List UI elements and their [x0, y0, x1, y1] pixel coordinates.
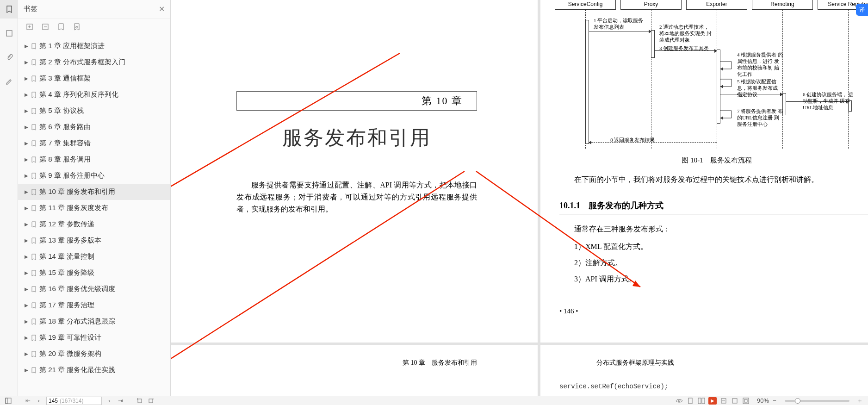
- bookmark-label: 第 15 章 服务降级: [39, 268, 170, 277]
- bookmark-icon: [31, 302, 39, 309]
- bookmark-icon: [31, 156, 39, 163]
- bookmark-item[interactable]: ▶第 5 章 协议栈: [18, 103, 170, 119]
- bookmark-item[interactable]: ▶第 4 章 序列化和反序列化: [18, 87, 170, 103]
- seq-participant-box: ServiceConfig: [555, 0, 616, 10]
- prev-page-icon[interactable]: ‹: [33, 396, 44, 405]
- bookmark-label: 第 14 章 流量控制: [39, 252, 170, 261]
- bookmark-icon: [31, 351, 39, 357]
- bookmark-item[interactable]: ▶第 21 章 服务化最佳实践: [18, 362, 170, 378]
- chevron-right-icon: ▶: [25, 108, 31, 113]
- bookmark-icon: [31, 237, 39, 244]
- bookmark-item[interactable]: ▶第 11 章 服务灰度发布: [18, 200, 170, 216]
- bookmark-item[interactable]: ▶第 20 章 微服务架构: [18, 346, 170, 362]
- svg-rect-13: [6, 398, 7, 404]
- figure-caption: 图 10-1 服务发布流程: [541, 156, 868, 165]
- bookmark-label: 第 1 章 应用框架演进: [39, 42, 170, 50]
- bookmark-panel-icon[interactable]: [0, 0, 18, 19]
- bookmark-item[interactable]: ▶第 7 章 集群容错: [18, 135, 170, 151]
- bookmark-item[interactable]: ▶第 2 章 分布式服务框架入门: [18, 54, 170, 70]
- single-page-icon[interactable]: [685, 396, 696, 405]
- document-viewport[interactable]: 第 10 章 服务发布和引用 服务提供者需要支持通过配置、注解、API 调用等方…: [171, 0, 868, 396]
- bookmark-item[interactable]: ▶第 12 章 参数传递: [18, 216, 170, 232]
- seq-note-8: 8 返回服务发布结果: [610, 137, 666, 143]
- bookmarks-header: 书签 ✕: [18, 0, 170, 19]
- status-bar: ⇤ ‹ 145 (167/314) › ⇥ ▶ 90% − ＋: [0, 396, 868, 405]
- svg-rect-22: [743, 398, 749, 404]
- seq-arrow: [589, 31, 651, 31]
- bookmark-item[interactable]: ▶第 15 章 服务降级: [18, 265, 170, 281]
- page-separator-vertical: [538, 0, 540, 396]
- two-page-icon[interactable]: [696, 396, 707, 405]
- bookmark-icon: [31, 59, 39, 66]
- bookmark-label: 第 17 章 服务治理: [39, 301, 170, 310]
- chevron-right-icon: ▶: [25, 157, 31, 162]
- toggle-panel-icon[interactable]: [3, 396, 14, 405]
- bookmark-item[interactable]: ▶第 10 章 服务发布和引用: [18, 184, 170, 200]
- bookmark-item[interactable]: ▶第 18 章 分布式消息跟踪: [18, 313, 170, 330]
- last-page-icon[interactable]: ⇥: [115, 396, 126, 405]
- chevron-right-icon: ▶: [25, 303, 31, 308]
- chevron-right-icon: ▶: [25, 92, 31, 97]
- translate-float-button[interactable]: 译: [856, 4, 868, 16]
- eye-icon[interactable]: [674, 396, 685, 405]
- zoom-slider[interactable]: [785, 400, 849, 402]
- chevron-right-icon: ▶: [25, 287, 31, 292]
- page-top-right: ServiceConfigProxyExporterRemotingServic…: [541, 0, 868, 341]
- bookmark-label: 第 21 章 服务化最佳实践: [39, 366, 170, 374]
- fit-page-icon[interactable]: [729, 396, 740, 405]
- first-page-icon[interactable]: ⇤: [22, 396, 33, 405]
- bookmark-label: 第 9 章 服务注册中心: [39, 171, 170, 180]
- svg-rect-19: [702, 398, 705, 404]
- zoom-out-icon[interactable]: −: [769, 396, 780, 405]
- bookmark-label: 第 11 章 服务灰度发布: [39, 204, 170, 212]
- bookmark-item[interactable]: ▶第 9 章 服务注册中心: [18, 168, 170, 184]
- bookmark-item[interactable]: ▶第 8 章 服务调用: [18, 151, 170, 168]
- bookmarks-list[interactable]: ▶第 1 章 应用框架演进▶第 2 章 分布式服务框架入门▶第 3 章 通信框架…: [18, 35, 170, 396]
- seq-note-4: 4 根据服务提供者 的属性信息，进行 发布前的校验和初 始化工作: [737, 51, 783, 77]
- add-bookmark-icon[interactable]: [56, 22, 66, 32]
- thumbnail-panel-icon[interactable]: [0, 24, 18, 43]
- collapse-all-icon[interactable]: [40, 22, 50, 32]
- expand-all-icon[interactable]: [25, 22, 35, 32]
- delete-bookmark-icon[interactable]: [72, 22, 82, 32]
- seq-participant-box: Remoting: [752, 0, 813, 10]
- bookmark-item[interactable]: ▶第 19 章 可靠性设计: [18, 330, 170, 346]
- bookmark-item[interactable]: ▶第 16 章 服务优先级调度: [18, 281, 170, 297]
- left-vertical-toolbar: [0, 0, 18, 405]
- bookmarks-toolbar: [18, 19, 170, 35]
- svg-marker-3: [720, 67, 723, 71]
- bookmark-item[interactable]: ▶第 1 章 应用框架演进: [18, 38, 170, 54]
- chevron-right-icon: ▶: [25, 270, 31, 275]
- bookmark-icon: [31, 205, 39, 212]
- page-number: • 146 •: [559, 307, 868, 315]
- next-page-icon[interactable]: ›: [104, 396, 115, 405]
- bookmark-item[interactable]: ▶第 17 章 服务治理: [18, 297, 170, 313]
- signature-panel-icon[interactable]: [0, 72, 18, 91]
- rotate-left-icon[interactable]: [134, 396, 145, 405]
- bookmark-item[interactable]: ▶第 13 章 服务多版本: [18, 232, 170, 249]
- presentation-icon[interactable]: ▶: [707, 396, 718, 405]
- svg-rect-15: [149, 399, 153, 403]
- bookmark-label: 第 8 章 服务调用: [39, 155, 170, 164]
- chevron-right-icon: ▶: [25, 44, 31, 49]
- close-panel-icon[interactable]: ✕: [159, 5, 165, 13]
- rotate-right-icon[interactable]: [145, 396, 156, 405]
- page-input[interactable]: 145 (167/314): [46, 397, 102, 405]
- svg-rect-14: [138, 399, 142, 403]
- bookmark-item[interactable]: ▶第 3 章 通信框架: [18, 70, 170, 87]
- bookmark-label: 第 20 章 微服务架构: [39, 349, 170, 358]
- actual-size-icon[interactable]: [740, 396, 751, 405]
- seq-note-2: 2 通过动态代理技术， 将本地的服务实现类 封装成代理对象: [659, 24, 715, 43]
- list-item-1: 1）XML 配置化方式。: [574, 242, 868, 252]
- zoom-in-icon[interactable]: ＋: [854, 396, 865, 405]
- bookmark-item[interactable]: ▶第 6 章 服务路由: [18, 119, 170, 135]
- seq-self-loop: [717, 110, 735, 120]
- bookmark-label: 第 12 章 参数传递: [39, 220, 170, 229]
- attachment-panel-icon[interactable]: [0, 48, 18, 67]
- fit-width-icon[interactable]: [718, 396, 729, 405]
- bookmark-icon: [31, 75, 39, 82]
- bookmark-item[interactable]: ▶第 14 章 流量控制: [18, 249, 170, 265]
- svg-rect-23: [744, 399, 747, 402]
- zoom-slider-handle[interactable]: [795, 398, 800, 404]
- chevron-right-icon: ▶: [25, 319, 31, 324]
